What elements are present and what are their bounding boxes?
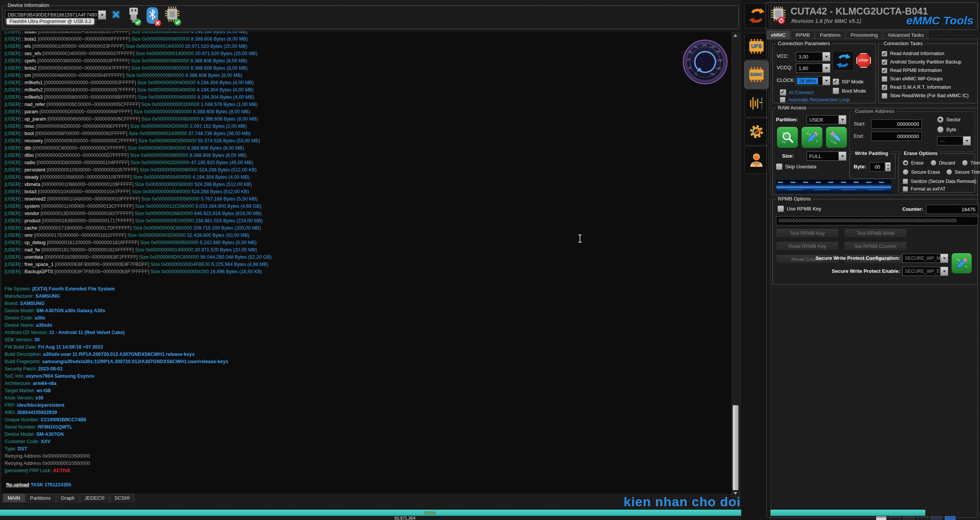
isp-mode-checkbox[interactable]: ISP Mode — [833, 78, 864, 85]
checkbox-icon[interactable] — [882, 59, 887, 65]
boot-mode-checkbox[interactable]: Boot Mode — [833, 88, 866, 94]
rpmb-button-read-rpmb-key[interactable]: Read RPMB Key — [776, 241, 839, 251]
rpmb-button-set-rpmb-counter[interactable]: Set RPMB Counter — [844, 241, 907, 251]
scroll-up-icon[interactable] — [733, 34, 737, 37]
ftp-upload-link[interactable]: ftp.upload — [6, 482, 29, 487]
address-unit-select[interactable]: --- — [937, 136, 971, 145]
log-scrollbar[interactable] — [732, 32, 740, 497]
ai-connect-checkbox[interactable]: AI Connect — [780, 89, 813, 96]
device-information-title: Device Information — [6, 2, 51, 8]
bottom-tab-partitions[interactable]: Partitions — [26, 494, 56, 502]
chevron-down-icon[interactable] — [98, 11, 106, 19]
byte-radio[interactable]: Byte — [937, 126, 956, 133]
chevron-down-icon[interactable] — [838, 152, 846, 160]
panel-tab-rpmb[interactable]: RPMB — [791, 31, 815, 39]
counter-field[interactable]: 16475 — [926, 205, 978, 214]
rpmb-button-test-rpmb-write[interactable]: Test RPMB Write — [844, 228, 907, 238]
checkbox-icon[interactable] — [882, 93, 887, 99]
stop-button[interactable]: STOP — [856, 53, 871, 68]
vccq-select[interactable]: 1,80 — [796, 64, 830, 73]
chevron-down-icon[interactable] — [940, 267, 948, 275]
byte-spinner[interactable] — [885, 162, 891, 171]
panel-logo: eMMC Tools — [906, 14, 973, 27]
end-address-field[interactable]: 00000000 — [871, 132, 922, 141]
start-address-field[interactable]: 00000000 — [871, 119, 922, 129]
erase-option-checkbox[interactable]: Format as exFAT — [903, 185, 976, 193]
checkbox-icon[interactable] — [882, 51, 887, 57]
vcc-select[interactable]: 3,00 — [796, 52, 830, 61]
checkbox-icon[interactable] — [780, 89, 786, 96]
radio-icon[interactable] — [962, 160, 968, 166]
clock-select[interactable]: 26 MHz — [796, 76, 830, 85]
size-select[interactable]: FULL — [807, 152, 846, 161]
panel-tab-partitions[interactable]: Partitions — [815, 31, 845, 39]
erase-button[interactable] — [826, 127, 847, 148]
checkbox-icon[interactable] — [882, 85, 887, 90]
sidebar-item-settings[interactable] — [744, 118, 769, 145]
connect-button[interactable] — [833, 51, 854, 71]
rpmb-key-field[interactable]: 0000000000000000000000000000000000000000… — [776, 216, 978, 225]
chevron-down-icon[interactable] — [822, 77, 830, 85]
swp-enable-select[interactable]: SECURE_WP_EN = 0 — [902, 267, 948, 276]
connection-task-checkbox[interactable]: Read S.M.A.R.T. Information — [882, 83, 969, 91]
radio-icon[interactable] — [946, 169, 952, 175]
skip-userdata-checkbox[interactable]: Skip Userdata — [776, 163, 817, 170]
checkbox-icon[interactable] — [776, 163, 782, 170]
connection-task-checkbox[interactable]: Slow Read/Write (For Bad eMMC IC) — [882, 91, 969, 100]
write-button[interactable] — [801, 127, 823, 148]
chevron-down-icon[interactable] — [940, 254, 948, 262]
erase-radio-secure-trim[interactable]: Secure Trim — [946, 169, 980, 175]
radio-icon[interactable] — [931, 160, 936, 166]
checkbox-icon[interactable] — [833, 78, 839, 85]
reconnect-button[interactable] — [744, 3, 769, 28]
panel-tab-provisioning[interactable]: Provisioning — [846, 31, 882, 39]
log-partition-line: [USER] : sec_efs [0000000002400000~00000… — [5, 50, 271, 57]
sector-radio[interactable]: Sector — [937, 116, 961, 123]
erase-radio-erase[interactable]: Erase — [903, 160, 924, 166]
auto-reconnect-checkbox[interactable]: Automatic Reconnection Loop — [780, 97, 849, 103]
bottom-tab-graph[interactable]: Graph — [56, 494, 79, 502]
read-button[interactable] — [777, 127, 798, 148]
log-console[interactable]: [USER] : bota0 [0000000000400000~0000000… — [2, 31, 740, 494]
panel-tab-emmc[interactable]: eMMC — [766, 31, 790, 39]
connection-task-checkbox[interactable]: Android Security Partition Backup — [882, 58, 969, 66]
use-rpmb-key-checkbox[interactable]: Use RPMB Key — [777, 205, 821, 212]
bottom-tab-jedec[interactable]: JEDEC® — [80, 494, 109, 502]
partition-select[interactable]: USER — [807, 115, 846, 124]
chevron-down-icon[interactable] — [822, 52, 830, 61]
sidebar-item-ufs[interactable]: UFS — [744, 33, 769, 60]
scrollbar-thumb[interactable] — [733, 405, 738, 490]
swp-config-select[interactable]: SECURE_WP_MASK = 0 — [902, 254, 948, 263]
connection-task-checkbox[interactable]: Scan eMMC WP-Groups — [882, 75, 969, 83]
radio-icon[interactable] — [903, 160, 908, 166]
chevron-down-icon[interactable] — [822, 64, 830, 72]
connection-task-checkbox[interactable]: Read RPMB Information — [882, 66, 969, 75]
bottom-tab-main[interactable]: MAIN — [3, 494, 25, 502]
erase-radio-trim[interactable]: Trim — [962, 160, 980, 166]
chevron-down-icon[interactable] — [963, 137, 970, 145]
radio-icon[interactable] — [903, 169, 908, 175]
checkbox-icon[interactable] — [833, 88, 839, 94]
rpmb-button-test-rpmb-key[interactable]: Test RPMB Key — [776, 228, 839, 238]
checkbox-icon[interactable] — [903, 186, 908, 192]
chevron-down-icon[interactable] — [838, 116, 846, 124]
panel-tab-advanced-tasks[interactable]: Advanced Tasks — [883, 31, 928, 39]
checkbox-icon[interactable] — [777, 205, 784, 212]
swp-write-button[interactable] — [951, 253, 972, 274]
radio-icon[interactable] — [937, 116, 944, 123]
checkbox-icon[interactable] — [882, 68, 887, 73]
erase-option-checkbox[interactable]: Sanitize (Secure Data Removal) — [903, 178, 976, 185]
padding-byte-field[interactable]: 00 — [870, 162, 885, 171]
disconnect-button[interactable] — [111, 10, 121, 19]
sidebar-item-emmc[interactable]: EMMC — [744, 60, 769, 89]
checkbox-icon[interactable] — [882, 76, 887, 82]
checkbox-icon[interactable] — [903, 179, 908, 184]
checkbox-icon[interactable] — [780, 97, 786, 103]
radio-icon[interactable] — [937, 126, 944, 133]
erase-radio-secure-erase[interactable]: Secure Erase — [903, 169, 940, 175]
sidebar-item-profile[interactable] — [744, 146, 769, 174]
erase-radio-discard[interactable]: Discard — [931, 160, 955, 166]
connection-task-checkbox[interactable]: Read Android Information — [882, 49, 969, 58]
bottom-tab-scsi[interactable]: SCSI® — [110, 494, 134, 502]
sidebar-item-analyzer[interactable] — [744, 90, 769, 117]
